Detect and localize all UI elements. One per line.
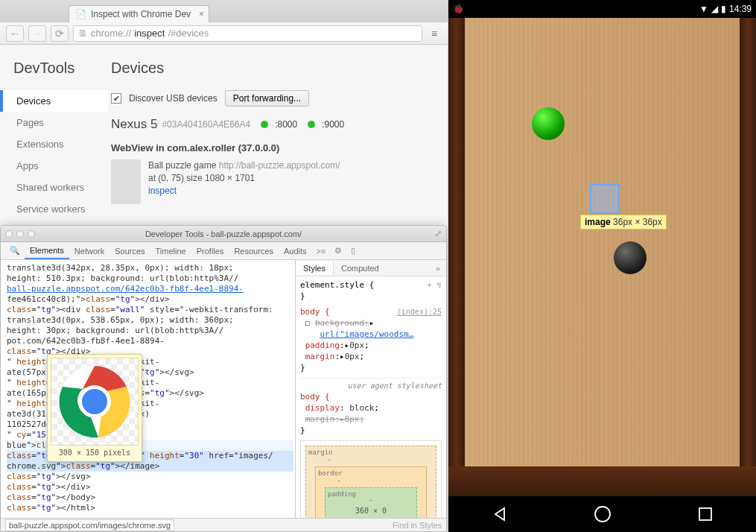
- tab-elements[interactable]: Elements: [25, 243, 69, 259]
- ua-header: user agent stylesheet: [300, 378, 442, 391]
- code-line[interactable]: translate3d(342px, 28.35px, 0px); width:…: [7, 263, 293, 273]
- find-in-styles[interactable]: Find in Styles: [393, 521, 442, 530]
- styles-tab[interactable]: Styles: [296, 262, 334, 275]
- port-dot-icon: [308, 121, 315, 128]
- frame-right: [740, 18, 756, 496]
- selector-body: body {: [300, 307, 330, 317]
- inspect-tooltip: image 36px × 36px: [580, 215, 667, 229]
- home-icon[interactable]: [593, 504, 612, 524]
- battery-icon: ▮: [721, 4, 726, 14]
- styles-pane: Styles Computed » element.style { + ↯} (…: [295, 260, 446, 518]
- search-icon[interactable]: 🔍: [5, 246, 25, 256]
- browser-toolbar: ← → ⟳ 🗎 chrome://inspect/#devices ≡: [0, 22, 448, 45]
- rule-origin[interactable]: (index):25: [397, 306, 442, 317]
- elements-pane[interactable]: 300 × 150 pixels translate3d(342px, 28.3…: [1, 260, 295, 518]
- tab-network[interactable]: Network: [69, 244, 109, 259]
- wifi-icon: ▼: [699, 4, 708, 14]
- popout-icon[interactable]: ⤢: [435, 229, 442, 238]
- doc-icon: 🗎: [78, 28, 88, 39]
- inspect-link[interactable]: inspect: [148, 186, 177, 196]
- code-line[interactable]: class="tg"><div class="wall" style="-web…: [7, 305, 293, 315]
- tab-favicon: 📄: [75, 9, 86, 19]
- frame-bottom: [448, 466, 756, 496]
- android-navbar: [448, 496, 756, 532]
- port-8000: :8000: [275, 119, 297, 130]
- code-line[interactable]: chrome.svg">class="tg"></image>: [7, 461, 293, 472]
- tab-sources[interactable]: Sources: [109, 244, 150, 259]
- forward-button[interactable]: →: [28, 25, 46, 42]
- image-preview-tooltip: 300 × 150 pixels: [47, 354, 142, 462]
- webview-url: http://ball-puzzle.appspot.com/: [219, 160, 340, 171]
- gear-icon[interactable]: ⚙: [330, 246, 346, 256]
- url-hash: /#devices: [168, 28, 209, 39]
- svg-point-3: [595, 507, 610, 522]
- devtools-titlebar[interactable]: Developer Tools - ball-puzzle.appspot.co…: [1, 226, 446, 242]
- port-dot-icon: [261, 121, 268, 128]
- element-style: element.style {: [300, 280, 374, 290]
- sidebar-item-devices[interactable]: Devices: [0, 90, 108, 112]
- code-line[interactable]: fee461cc40c8);">class="tg"></div>: [7, 294, 293, 305]
- tab-strip: 📄 Inspect with Chrome Dev ×: [0, 0, 448, 22]
- code-line[interactable]: class="tg"></body>: [7, 493, 293, 503]
- code-line[interactable]: height: 510.3px; background: url(blob:ht…: [7, 273, 293, 284]
- android-statusbar: 🐞 ▼ ◢ ▮ 14:39: [448, 0, 756, 18]
- brand: DevTools: [13, 60, 108, 77]
- code-line[interactable]: class="tg"></svg>: [7, 472, 293, 482]
- url-path: inspect: [134, 28, 165, 39]
- tab-profiles[interactable]: Profiles: [191, 244, 229, 259]
- android-device: 🐞 ▼ ◢ ▮ 14:39 image 36px × 36px: [448, 0, 756, 532]
- webview-meta: at (0, 75) size 1080 × 1701: [148, 173, 255, 183]
- frame-left: [448, 18, 465, 496]
- reload-button[interactable]: ⟳: [51, 25, 69, 42]
- code-line[interactable]: class="tg"></div>: [7, 482, 293, 493]
- green-ball[interactable]: [532, 107, 565, 140]
- webview-header: WebView in com.alex.roller (37.0.0.0): [111, 142, 439, 153]
- code-line[interactable]: height: 30px; background: url(blob:http%…: [7, 326, 293, 336]
- browser-tab[interactable]: 📄 Inspect with Chrome Dev ×: [69, 5, 209, 22]
- devtools-statusbar: ball-puzzle.appspot.com/images/chrome.sv…: [1, 518, 446, 531]
- dark-ball[interactable]: [614, 241, 647, 274]
- page-title: Devices: [111, 60, 439, 77]
- code-line[interactable]: pot.com/642ec0b3-fb8f-4ee1-8894-: [7, 336, 293, 346]
- close-icon[interactable]: ×: [199, 9, 204, 19]
- sidebar-item-shared-workers[interactable]: Shared workers: [0, 177, 108, 198]
- inspected-image[interactable]: [591, 186, 618, 212]
- svg-rect-4: [699, 508, 711, 520]
- more-icon[interactable]: »: [430, 264, 446, 273]
- dock-icon[interactable]: ▯: [346, 246, 360, 256]
- devtools-window: Developer Tools - ball-puzzle.appspot.co…: [0, 225, 447, 532]
- tab-audits[interactable]: Audits: [279, 244, 312, 259]
- menu-icon[interactable]: ≡: [427, 28, 442, 39]
- port-9000: :9000: [322, 119, 344, 130]
- address-bar[interactable]: 🗎 chrome://inspect/#devices: [73, 25, 422, 42]
- chrome-logo-icon: [57, 364, 132, 439]
- recent-icon[interactable]: [697, 506, 714, 522]
- tooltip-caption: 300 × 150 pixels: [51, 446, 139, 458]
- discover-checkbox[interactable]: ✔: [111, 93, 121, 104]
- tab-resources[interactable]: Resources: [229, 244, 279, 259]
- code-line[interactable]: translate3d(0px, 538.65px, 0px); width: …: [7, 315, 293, 326]
- debug-icon: 🐞: [453, 4, 464, 14]
- box-model: margin - border - padding - 360 × 0: [300, 440, 442, 518]
- tab-timeline[interactable]: Timeline: [150, 244, 191, 259]
- sidebar-item-service-workers[interactable]: Service workers: [0, 198, 108, 220]
- code-line[interactable]: ball-puzzle.appspot.com/642ec0b3-fb8f-4e…: [7, 284, 293, 294]
- sidebar-item-extensions[interactable]: Extensions: [0, 133, 108, 155]
- device-name: Nexus 5: [111, 117, 157, 132]
- back-icon[interactable]: [491, 505, 509, 523]
- computed-tab[interactable]: Computed: [334, 262, 387, 275]
- url-protocol: chrome://: [91, 28, 131, 39]
- webview-thumb: [111, 159, 141, 204]
- device-id: #03A404160A4E66A4: [162, 119, 250, 130]
- clock: 14:39: [729, 4, 752, 14]
- code-line[interactable]: class="tg"></html>: [7, 503, 293, 513]
- sidebar-item-pages[interactable]: Pages: [0, 112, 108, 133]
- game-board[interactable]: image 36px × 36px: [465, 18, 740, 496]
- port-forwarding-button[interactable]: Port forwarding...: [225, 90, 309, 107]
- tab-title: Inspect with Chrome Dev: [91, 9, 191, 19]
- status-path: ball-puzzle.appspot.com/images/chrome.sv…: [5, 519, 174, 531]
- console-icon[interactable]: >≡: [312, 247, 331, 256]
- sidebar-item-apps[interactable]: Apps: [0, 155, 108, 177]
- devtools-title: Developer Tools - ball-puzzle.appspot.co…: [145, 229, 302, 238]
- back-button[interactable]: ←: [6, 25, 24, 42]
